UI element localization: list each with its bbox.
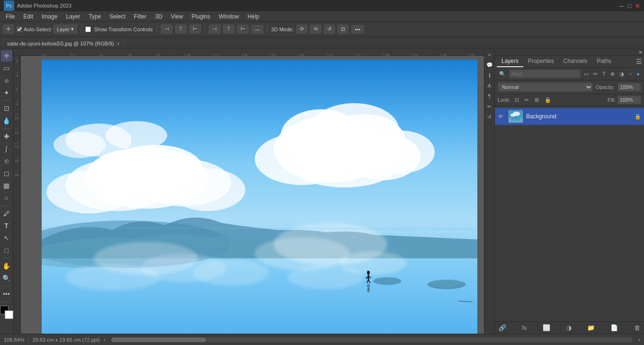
filter-edit-icon[interactable]: ✏ <box>592 71 599 78</box>
maximize-button[interactable]: □ <box>627 2 631 9</box>
menu-filter[interactable]: Filter <box>130 12 151 21</box>
layer-effects-btn[interactable]: fx <box>522 324 527 331</box>
pen-tool[interactable]: 🖉 <box>1 208 12 219</box>
dist-left[interactable]: ⊣ <box>209 25 220 34</box>
lock-all-btn[interactable]: 🔒 <box>543 96 553 104</box>
tab-layers[interactable]: Layers <box>497 56 523 67</box>
clone-stamp[interactable]: ⎋ <box>1 155 12 167</box>
brush-tool[interactable]: ∫ <box>1 143 12 154</box>
shape-tool[interactable]: □ <box>1 245 12 256</box>
panel-icon-history[interactable]: ↺ <box>485 113 494 121</box>
tab-properties[interactable]: Properties <box>523 56 559 67</box>
window-controls[interactable]: ─ □ ✕ <box>619 2 640 9</box>
quick-select-tool[interactable]: ✦ <box>1 87 12 98</box>
text-tool[interactable]: T <box>1 220 12 231</box>
3d-btn-2[interactable]: ⟲ <box>310 25 321 34</box>
panel-icon-info[interactable]: ℹ <box>485 71 494 80</box>
menu-help[interactable]: Help <box>244 12 263 21</box>
adjustments-btn[interactable]: ◑ <box>566 324 572 331</box>
panel-icon-paragraph[interactable]: ¶ <box>485 92 494 100</box>
layers-search-input[interactable] <box>509 70 581 78</box>
filter-circle-icon[interactable]: ○ <box>627 71 634 77</box>
3d-btn-3[interactable]: ↺ <box>324 25 335 34</box>
more-tools[interactable]: ••• <box>1 288 12 300</box>
opacity-input[interactable] <box>617 83 641 91</box>
menu-image[interactable]: Image <box>38 12 61 21</box>
menu-type[interactable]: Type <box>85 12 105 21</box>
background-color[interactable] <box>5 310 13 319</box>
filter-type-icon[interactable]: ▭ <box>582 71 590 78</box>
eyedropper-tool[interactable]: 💧 <box>1 115 12 126</box>
layer-visibility-icon[interactable]: 👁 <box>498 113 505 120</box>
filter-mode-icon[interactable]: ◑ <box>618 71 626 78</box>
panel-menu-icon[interactable]: ☰ <box>636 58 642 65</box>
dist-center[interactable]: ⊤ <box>223 25 234 34</box>
filter-toggle[interactable]: ● <box>635 71 641 77</box>
align-right[interactable]: ⊢ <box>189 25 201 34</box>
lasso-tool[interactable]: ⌾ <box>1 75 12 86</box>
tool-sep-1 <box>2 100 11 101</box>
fill-input[interactable] <box>617 96 641 104</box>
eraser-tool[interactable]: ◻ <box>1 168 12 179</box>
marquee-tool[interactable]: ▭ <box>1 62 12 74</box>
menu-select[interactable]: Select <box>106 12 129 21</box>
panel-icon-expand[interactable]: « <box>485 50 494 59</box>
panel-icon-comment[interactable]: 💬 <box>485 61 494 69</box>
gradient-tool[interactable]: ▦ <box>1 180 12 191</box>
zoom-tool[interactable]: 🔍 <box>1 273 12 284</box>
dist-horiz[interactable]: — <box>251 25 263 34</box>
tab-paths[interactable]: Paths <box>592 56 616 67</box>
more-options[interactable]: ••• <box>351 25 364 34</box>
arrow-right[interactable]: › <box>638 337 640 343</box>
hand-tool[interactable]: ✋ <box>1 260 12 272</box>
menu-view[interactable]: View <box>167 12 187 21</box>
auto-select-checkbox[interactable] <box>17 27 22 32</box>
move-tool[interactable]: ✛ <box>1 50 12 62</box>
dist-right[interactable]: ⊢ <box>237 25 249 34</box>
menu-3d[interactable]: 3D <box>151 12 166 21</box>
panel-icon-brush[interactable]: ✏ <box>485 102 494 111</box>
lock-pixels-btn[interactable]: ⊡ <box>513 96 521 104</box>
menu-plugins[interactable]: Plugins <box>188 12 214 21</box>
auto-select-label: Auto-Select: <box>24 27 52 32</box>
menu-window[interactable]: Window <box>215 12 243 21</box>
align-center-v[interactable]: ⊤ <box>175 25 187 34</box>
menu-file[interactable]: File <box>2 12 18 21</box>
add-mask-btn[interactable]: ⬜ <box>543 324 550 331</box>
layer-background[interactable]: 👁 Background 🔒 <box>495 108 644 125</box>
close-button[interactable]: ✕ <box>635 2 640 9</box>
crop-tool[interactable]: ⊡ <box>1 103 12 114</box>
new-group-btn[interactable]: 📁 <box>587 324 595 331</box>
panel-icon-text[interactable]: A <box>485 81 494 90</box>
dodge-tool[interactable]: ○ <box>1 192 12 203</box>
path-select-tool[interactable]: ↖ <box>1 232 12 244</box>
lock-artboard-btn[interactable]: ⊞ <box>533 96 541 104</box>
scroll-thumb[interactable] <box>111 337 206 342</box>
arrow-left[interactable]: ‹ <box>104 337 106 343</box>
blend-mode-select[interactable]: Normal <box>498 82 593 92</box>
panel-collapse[interactable]: » <box>495 48 644 56</box>
document-tab[interactable]: salar-de-uyuni-boliviaSS.jpg @ 107% (RGB… <box>2 39 125 48</box>
layer-dropdown[interactable]: Layer ▾ <box>54 25 78 34</box>
minimize-button[interactable]: ─ <box>619 2 624 9</box>
horizontal-scrollbar[interactable] <box>111 337 633 342</box>
menu-edit[interactable]: Edit <box>19 12 37 21</box>
3d-btn-1[interactable]: ⟳ <box>296 25 307 34</box>
opt-sep-1 <box>81 25 81 34</box>
ps-logo: Ps <box>4 0 14 11</box>
delete-layer-btn[interactable]: 🗑 <box>634 324 640 331</box>
healing-tool[interactable]: ✚ <box>1 131 12 142</box>
align-left[interactable]: ⊣ <box>161 25 172 34</box>
right-panel-area: « 💬 ℹ A ¶ ✏ ↺ » Layers Properties Channe… <box>484 48 644 334</box>
lock-position-btn[interactable]: ✏ <box>523 96 531 104</box>
link-layers-btn[interactable]: 🔗 <box>499 324 506 331</box>
panel-collapse-icon[interactable]: » <box>639 49 642 55</box>
transform-checkbox[interactable] <box>85 27 91 32</box>
tab-close-button[interactable]: × <box>117 41 120 46</box>
new-layer-btn[interactable]: 📄 <box>610 324 618 331</box>
filter-effect-icon[interactable]: ⊕ <box>609 71 616 78</box>
filter-text-icon[interactable]: T <box>601 71 607 77</box>
menu-layer[interactable]: Layer <box>62 12 84 21</box>
3d-btn-4[interactable]: ⊡ <box>338 25 349 34</box>
tab-channels[interactable]: Channels <box>559 56 592 67</box>
